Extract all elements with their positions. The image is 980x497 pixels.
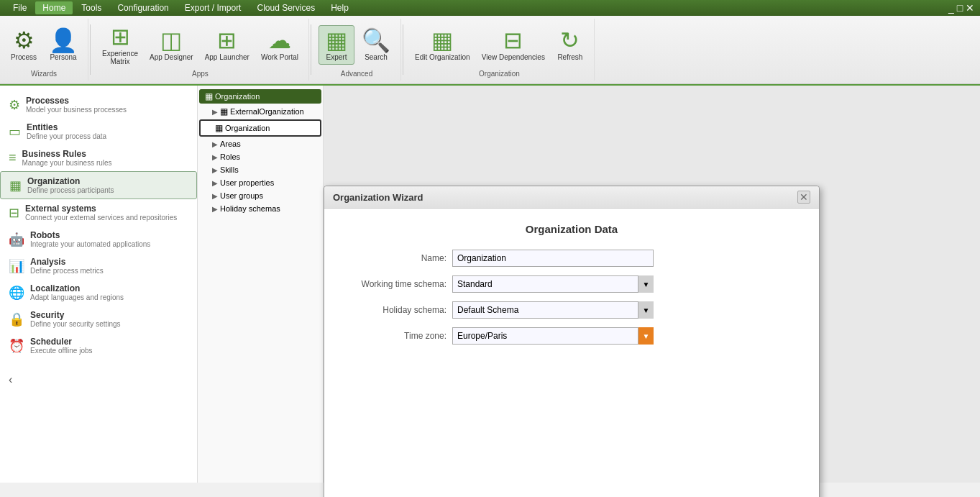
menu-file[interactable]: File — [6, 1, 34, 14]
organization-icon: ▦ — [9, 178, 22, 193]
external-org-label: ExternalOrganization — [230, 107, 304, 116]
advanced-group-label: Advanced — [341, 70, 372, 78]
tree-item-roles[interactable]: ▶ Roles — [198, 150, 323, 163]
sidebar-item-business-rules[interactable]: ≡ Business Rules Manage your business ru… — [0, 145, 197, 171]
areas-label: Areas — [220, 140, 241, 148]
refresh-button[interactable]: ↻ Refresh — [552, 26, 588, 64]
search-button[interactable]: 🔍 Search — [357, 26, 395, 64]
menu-home[interactable]: Home — [35, 1, 73, 14]
robots-title: Robots — [30, 230, 188, 240]
persona-icon: 👤 — [49, 29, 78, 52]
tree-item-areas[interactable]: ▶ Areas — [198, 137, 323, 150]
app-designer-button[interactable]: ◫ App Designer — [145, 26, 198, 64]
entities-title: Entities — [27, 122, 188, 132]
name-label: Name: — [346, 253, 447, 263]
sidebar-item-processes[interactable]: ⚙ Processes Model your business processe… — [0, 91, 197, 118]
dialog-title-bar: Organization Wizard ✕ — [324, 186, 819, 209]
expert-button[interactable]: ▦ Expert — [319, 25, 354, 65]
ribbon-group-wizards: ⚙ Process 👤 Persona Wizards — [0, 19, 88, 81]
experience-matrix-button[interactable]: ⊞ ExperienceMatrix — [98, 22, 142, 68]
sidebar-item-localization[interactable]: 🌐 Localization Adapt languages and regio… — [0, 279, 197, 306]
menu-cloud-services[interactable]: Cloud Services — [249, 1, 322, 14]
entities-subtitle: Define your process data — [27, 132, 188, 140]
sidebar-item-robots[interactable]: 🤖 Robots Integrate your automated applic… — [0, 226, 197, 252]
persona-button[interactable]: 👤 Persona — [45, 26, 82, 64]
edit-organization-button[interactable]: ▦ Edit Organization — [411, 26, 475, 64]
name-row: Name: — [346, 250, 797, 267]
edit-org-icon: ▦ — [431, 29, 453, 52]
dialog-close-button[interactable]: ✕ — [797, 191, 810, 204]
wizards-group-label: Wizards — [31, 70, 57, 78]
menu-help[interactable]: Help — [324, 1, 356, 14]
working-time-select[interactable]: Standard — [452, 275, 654, 293]
timezone-display[interactable]: Europe/Paris — [452, 327, 654, 345]
apps-group-label: Apps — [192, 70, 209, 78]
main-content: ⚙ Processes Model your business processe… — [0, 86, 980, 483]
ribbon: ⚙ Process 👤 Persona Wizards ⊞ Experience… — [0, 16, 980, 84]
tree-item-user-groups[interactable]: ▶ User groups — [198, 189, 323, 202]
holiday-schema-label: Holiday schema: — [346, 305, 447, 315]
org-node-label: Organization — [225, 124, 270, 132]
experience-matrix-icon: ⊞ — [111, 25, 130, 48]
menu-export-import[interactable]: Export / Import — [178, 1, 249, 14]
work-portal-button[interactable]: ☁ Work Portal — [257, 26, 303, 64]
processes-icon: ⚙ — [9, 97, 20, 113]
external-systems-icon: ⊟ — [9, 205, 19, 221]
holiday-schema-row: Holiday schema: Default Schema ▼ — [346, 301, 797, 319]
sidebar-collapse-button[interactable]: ‹ — [9, 373, 12, 386]
tree-item-holiday-schemas[interactable]: ▶ Holiday schemas — [198, 202, 323, 215]
scheduler-subtitle: Execute offline jobs — [30, 347, 188, 355]
tree-item-organization-root[interactable]: ▦ Organization — [199, 89, 321, 104]
app-launcher-button[interactable]: ⊞ App Launcher — [201, 26, 254, 64]
app-designer-label: App Designer — [150, 53, 193, 61]
sidebar-item-entities[interactable]: ▭ Entities Define your process data — [0, 118, 197, 145]
holiday-schema-select-wrapper: Default Schema ▼ — [452, 301, 654, 319]
tree-item-skills[interactable]: ▶ Skills — [198, 163, 323, 176]
working-time-select-wrapper: Standard ▼ — [452, 275, 654, 293]
menu-tools[interactable]: Tools — [74, 1, 109, 14]
security-icon: 🔒 — [9, 311, 24, 327]
process-button[interactable]: ⚙ Process — [6, 26, 42, 64]
app-launcher-label: App Launcher — [205, 53, 249, 61]
organization-title: Organization — [27, 176, 188, 186]
external-org-expand: ▶ — [212, 108, 218, 116]
expert-label: Expert — [326, 53, 347, 61]
app-designer-icon: ◫ — [160, 29, 182, 52]
tree-item-external-org[interactable]: ▶ ▦ ExternalOrganization — [198, 104, 323, 119]
tree-item-organization-node[interactable]: ▦ Organization — [199, 119, 321, 137]
working-time-label: Working time schema: — [346, 279, 447, 289]
sidebar-item-scheduler[interactable]: ⏰ Scheduler Execute offline jobs — [0, 332, 197, 359]
menu-configuration[interactable]: Configuration — [110, 1, 175, 14]
view-dependencies-button[interactable]: ⊟ View Dependencies — [477, 26, 549, 64]
tree-item-user-properties[interactable]: ▶ User properties — [198, 176, 323, 189]
user-groups-expand: ▶ — [212, 192, 218, 200]
business-rules-title: Business Rules — [22, 149, 188, 159]
dialog-title: Organization Wizard — [333, 192, 423, 203]
sidebar-item-analysis[interactable]: 📊 Analysis Define process metrics — [0, 252, 197, 279]
ribbon-group-advanced: ▦ Expert 🔍 Search Advanced — [313, 19, 401, 81]
persona-label: Persona — [50, 53, 76, 61]
sidebar-item-security[interactable]: 🔒 Security Define your security settings — [0, 306, 197, 332]
organization-subtitle: Define process participants — [27, 186, 188, 194]
dialog-body: Organization Data Name: Working time sch… — [324, 209, 819, 497]
tree-panel: ▦ Organization ▶ ▦ ExternalOrganization … — [198, 86, 324, 483]
ribbon-group-apps: ⊞ ExperienceMatrix ◫ App Designer ⊞ App … — [92, 19, 309, 81]
entities-icon: ▭ — [9, 124, 21, 140]
security-title: Security — [30, 310, 188, 320]
search-icon: 🔍 — [362, 29, 390, 52]
dialog-heading: Organization Data — [346, 223, 797, 235]
business-rules-subtitle: Manage your business rules — [22, 159, 188, 167]
holiday-schema-select[interactable]: Default Schema — [452, 301, 654, 319]
refresh-label: Refresh — [557, 53, 582, 61]
experience-matrix-label: ExperienceMatrix — [102, 50, 138, 65]
name-input[interactable] — [452, 250, 654, 267]
roles-label: Roles — [220, 152, 240, 161]
sidebar-item-external-systems[interactable]: ⊟ External systems Connect your external… — [0, 199, 197, 226]
work-portal-label: Work Portal — [261, 53, 298, 61]
user-props-label: User properties — [220, 178, 274, 187]
refresh-icon: ↻ — [560, 29, 580, 52]
analysis-title: Analysis — [30, 257, 188, 267]
sidebar-item-organization[interactable]: ▦ Organization Define process participan… — [0, 171, 197, 199]
sidebar: ⚙ Processes Model your business processe… — [0, 86, 198, 483]
external-systems-subtitle: Connect your external services and repos… — [25, 214, 188, 222]
